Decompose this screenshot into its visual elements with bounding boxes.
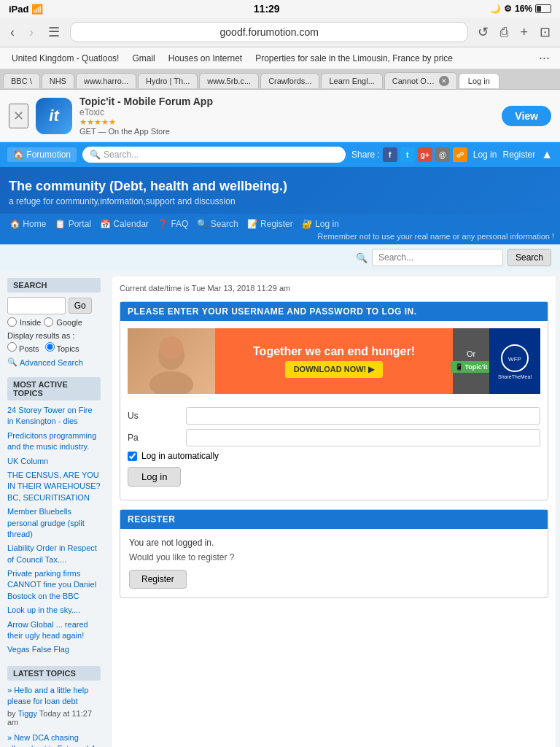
latest-title-1[interactable]: » New DCA chasing alleged put in Estoppe… — [7, 732, 101, 747]
close-tab-cannot[interactable]: ✕ — [439, 76, 449, 86]
app-stars: ★★★★★ — [79, 117, 494, 127]
more-bookmarks-button[interactable]: ··· — [534, 50, 554, 66]
wifi-icon: 📶 — [31, 4, 43, 15]
ad-image — [128, 328, 215, 394]
username-input[interactable] — [186, 407, 540, 425]
search-google-label: Google — [56, 318, 82, 327]
menu-register[interactable]: 📝 Register — [244, 217, 297, 231]
menu-home[interactable]: 🏠 Home — [6, 217, 50, 231]
topic-link-4[interactable]: Member Bluebells personal grudge (split … — [7, 506, 101, 540]
display-label: Display results as : — [7, 331, 74, 340]
topic-link-2[interactable]: UK Column — [7, 456, 101, 467]
topic-link-9[interactable]: Vegas False Flag — [7, 644, 101, 655]
display-posts-radio[interactable] — [7, 342, 17, 352]
menu-login[interactable]: 🔐 Log in — [298, 217, 343, 231]
center-content: Current date/time is Tue Mar 13, 2018 11… — [112, 276, 556, 747]
email-share-icon[interactable]: @ — [435, 147, 450, 162]
forum-menu: 🏠 Home 📋 Portal 📅 Calendar ❓ FAQ 🔍 Searc… — [0, 214, 560, 244]
topic-link-3[interactable]: THE CENSUS, ARE YOU IN THEIR WAREHOUSE? … — [7, 470, 101, 503]
url-bar[interactable] — [70, 22, 468, 42]
tab-cannot[interactable]: Cannot Op... ✕ — [384, 72, 457, 89]
bookmark-houses[interactable]: Houses on Internet — [163, 51, 248, 66]
register-prompt-text: Would you like to register ? — [129, 552, 539, 562]
new-tab-button[interactable]: + — [516, 23, 532, 42]
bookmark-quatloos[interactable]: United Kingdom - Quatloos! — [6, 51, 125, 66]
googleplus-share-icon[interactable]: g+ — [418, 147, 432, 162]
tab-login[interactable]: Log in — [459, 73, 499, 88]
forum-title: The community (Debt, health and wellbein… — [9, 179, 551, 194]
auto-login-checkbox[interactable] — [128, 452, 137, 461]
ad-download-button[interactable]: DOWNLOAD NOW! ▶ — [285, 361, 384, 378]
tab-crawfords[interactable]: Crawfords... — [260, 73, 319, 88]
forum-search-input[interactable] — [372, 249, 503, 266]
tab-5rb[interactable]: www.5rb.c... — [199, 73, 259, 88]
forumotion-logo: 🏠 Forumotion — [7, 147, 77, 162]
menu-calendar[interactable]: 📅 Calendar — [96, 217, 152, 231]
forward-button[interactable]: › — [25, 23, 38, 42]
settings-icon: ⚙ — [504, 4, 512, 14]
forum-nav: 🏠 Forumotion 🔍 Search... Share : f t g+ … — [0, 142, 560, 167]
share-button[interactable]: ⎙ — [497, 23, 512, 42]
search-icon-adv: 🔍 — [7, 357, 18, 367]
status-time: 11:29 — [254, 3, 280, 15]
topicit-label: Topic'it — [465, 363, 488, 371]
app-view-button[interactable]: View — [502, 106, 551, 126]
latest-title-0[interactable]: » Hello and a little help please for loa… — [7, 685, 101, 708]
forum-search-button[interactable]: Search — [508, 249, 551, 266]
bookmarks-button[interactable]: ☰ — [44, 23, 64, 42]
display-topics-radio[interactable] — [45, 342, 55, 352]
topic-link-8[interactable]: Arrow Global ... reared their ugly head … — [7, 619, 101, 642]
password-label: Pa — [128, 433, 186, 443]
topic-link-7[interactable]: Look up in the sky.... — [7, 605, 101, 616]
latest-author-0[interactable]: Tiggy — [18, 709, 37, 718]
battery-icon — [535, 4, 551, 13]
bookmark-properties[interactable]: Properties for sale in the Limousin, Fra… — [249, 51, 459, 66]
register-button[interactable]: Register — [129, 570, 187, 589]
ad-content: Together we can end hunger! DOWNLOAD NOW… — [215, 328, 453, 394]
menu-portal[interactable]: 📋 Portal — [51, 217, 95, 231]
facebook-share-icon[interactable]: f — [383, 147, 397, 162]
app-banner-close-button[interactable]: ✕ — [9, 104, 28, 128]
topic-link-1[interactable]: Predicitons programming and the music in… — [7, 430, 101, 453]
forum-register-link[interactable]: Register — [502, 150, 535, 160]
ad-banner[interactable]: Together we can end hunger! DOWNLOAD NOW… — [128, 328, 540, 394]
tabs-button[interactable]: ⊡ — [536, 23, 554, 42]
topic-link-6[interactable]: Private parking firms CANNOT fine you Da… — [7, 568, 101, 602]
app-icon: it — [36, 98, 72, 134]
menu-faq[interactable]: ❓ FAQ — [154, 217, 192, 231]
search-inside-label: Inside — [20, 318, 41, 327]
sidebar-search-input[interactable] — [7, 297, 66, 314]
sidebar-go-button[interactable]: Go — [69, 298, 92, 314]
share-section: Share : f t g+ @ ☍ — [351, 147, 467, 162]
tab-hydro[interactable]: Hydro | Th... — [138, 73, 198, 88]
menu-remember-text: Remember not to use your real name or an… — [317, 232, 554, 241]
search-inside-radio[interactable] — [7, 317, 17, 327]
forum-search-bar[interactable]: 🔍 Search... — [82, 147, 346, 163]
forum-subtitle: a refuge for community,information,suppo… — [9, 196, 551, 206]
advanced-search-link[interactable]: 🔍 Advanced Search — [7, 357, 101, 367]
tab-bbc[interactable]: BBC \ — [3, 73, 40, 88]
menu-search[interactable]: 🔍 Search — [193, 217, 241, 231]
latest-item-0: » Hello and a little help please for loa… — [7, 685, 101, 727]
tab-nhs[interactable]: NHS — [42, 73, 74, 88]
back-button[interactable]: ‹ — [6, 23, 19, 42]
twitter-share-icon[interactable]: t — [400, 147, 415, 162]
battery-percent: 16% — [515, 4, 532, 14]
topic-link-5[interactable]: Liability Order in Respect of Council Ta… — [7, 543, 101, 565]
reload-button[interactable]: ↺ — [474, 23, 492, 42]
latest-topics-title: LATEST TOPICS — [7, 666, 101, 681]
topic-link-0[interactable]: 24 Storey Tower on Fire in Kensington - … — [7, 405, 101, 427]
forum-up-button[interactable]: ▲ — [541, 148, 553, 161]
password-input[interactable] — [186, 429, 540, 446]
tab-harro[interactable]: www.harro... — [76, 73, 136, 88]
username-label: Us — [128, 411, 186, 421]
search-icon-small: 🔍 — [356, 252, 368, 263]
forum-login-link[interactable]: Log in — [473, 150, 497, 160]
latest-item-1: » New DCA chasing alleged put in Estoppe… — [7, 732, 101, 747]
status-carrier: iPad 📶 — [9, 4, 43, 15]
search-google-radio[interactable] — [44, 317, 53, 327]
rss-share-icon[interactable]: ☍ — [453, 147, 467, 162]
tab-learn[interactable]: Learn Engl... — [321, 73, 382, 88]
login-button[interactable]: Log in — [128, 467, 181, 487]
bookmark-gmail[interactable]: Gmail — [126, 51, 160, 66]
